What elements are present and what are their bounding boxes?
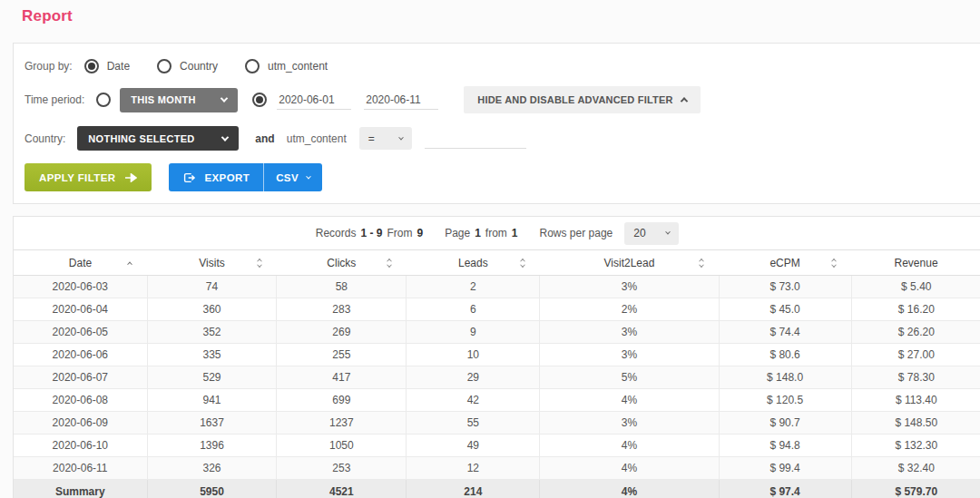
sort-icon — [521, 258, 524, 268]
actions-row: APPLY FILTER EXPORT CSV — [24, 163, 968, 191]
column-header-revenue[interactable]: Revenue — [851, 250, 980, 276]
radio-icon — [84, 59, 99, 73]
table-cell: 2% — [540, 298, 719, 321]
report-table: DateVisitsClicksLeadsVisit2LeadeCPMReven… — [14, 249, 980, 498]
table-row: 2020-06-08941699424%$ 120.5$ 113.40 — [14, 389, 980, 412]
rows-per-page-label: Rows per page — [540, 227, 613, 239]
rows-per-page-select[interactable]: 20 — [624, 222, 679, 245]
preset-period-select[interactable]: THIS MONTH — [120, 88, 238, 112]
country-select[interactable]: NOTHING SELECTED — [77, 126, 239, 151]
table-cell: 360 — [147, 298, 277, 321]
export-split-button: EXPORT CSV — [169, 163, 322, 191]
utm-content-label: utm_content — [287, 132, 347, 145]
export-label: EXPORT — [204, 172, 250, 183]
table-cell: 6 — [407, 298, 540, 321]
table-cell: 269 — [277, 321, 407, 344]
report-table-panel: Records 1 - 9 From 9 Page 1 from 1 Rows … — [13, 216, 980, 498]
page-from-label: from — [485, 227, 507, 239]
records-from-label: From — [387, 227, 412, 239]
export-button[interactable]: EXPORT — [169, 163, 264, 191]
table-cell: 58 — [277, 276, 407, 298]
filter-panel: Group by: DateCountryutm_content Time pe… — [13, 43, 980, 204]
date-from-input[interactable] — [277, 90, 351, 110]
table-cell: 2020-06-07 — [14, 366, 147, 389]
export-icon — [182, 171, 196, 184]
table-cell: 42 — [407, 389, 540, 412]
sort-icon — [700, 258, 703, 268]
records-range: 1 - 9 — [360, 227, 382, 239]
records-total: 9 — [416, 227, 423, 239]
date-to-input[interactable] — [364, 90, 438, 110]
table-cell: 699 — [277, 389, 407, 412]
table-cell: $ 74.4 — [719, 321, 851, 344]
chevron-up-icon — [680, 97, 687, 104]
column-header-label: Visits — [199, 257, 224, 269]
operator-select[interactable]: = — [359, 127, 412, 150]
arrow-right-icon — [125, 173, 137, 182]
table-cell: $ 80.6 — [719, 344, 851, 366]
table-cell: 2020-06-05 — [14, 321, 147, 344]
utm-content-input[interactable] — [425, 129, 526, 149]
summary-cell: 214 — [407, 480, 540, 498]
table-cell: 4% — [540, 435, 719, 457]
rows-per-page-group: Rows per page 20 — [540, 222, 680, 245]
csv-format-label: CSV — [276, 172, 299, 183]
table-cell: 12 — [407, 457, 540, 480]
apply-filter-button[interactable]: APPLY FILTER — [24, 163, 152, 191]
table-row: 2020-06-03745823%$ 73.0$ 5.40 — [14, 276, 980, 298]
group-by-option-utm_content[interactable]: utm_content — [245, 59, 328, 73]
column-header-clicks[interactable]: Clicks — [277, 250, 407, 276]
table-cell: 2020-06-11 — [14, 457, 147, 480]
group-by-option-date[interactable]: Date — [84, 59, 130, 73]
advanced-filter-row: Country: NOTHING SELECTED and utm_conten… — [24, 126, 968, 151]
column-header-label: Clicks — [327, 257, 356, 269]
table-cell: $ 16.20 — [851, 298, 980, 321]
table-cell: 5% — [540, 366, 719, 389]
table-cell: 3% — [540, 276, 719, 298]
table-cell: 4% — [540, 457, 719, 480]
summary-cell: Summary — [14, 480, 147, 498]
table-cell: $ 26.20 — [851, 321, 980, 344]
table-cell: 2020-06-09 — [14, 412, 147, 435]
table-cell: $ 78.30 — [851, 366, 980, 389]
table-cell: 941 — [147, 389, 277, 412]
table-row: 2020-06-11326253124%$ 99.4$ 32.40 — [14, 457, 980, 480]
table-cell: 352 — [147, 321, 277, 344]
sort-icon — [258, 258, 261, 268]
table-row: 2020-06-0916371237553%$ 90.7$ 148.50 — [14, 412, 980, 435]
table-cell: 283 — [277, 298, 407, 321]
advanced-filter-toggle-button[interactable]: HIDE AND DISABLE ADVANCED FILTER — [464, 86, 700, 113]
group-by-options: DateCountryutm_content — [84, 59, 355, 73]
sort-icon — [387, 258, 391, 268]
column-header-leads[interactable]: Leads — [407, 250, 540, 276]
page-label: Page — [445, 227, 470, 239]
table-row: 2020-06-0535226993%$ 74.4$ 26.20 — [14, 321, 980, 344]
group-by-option-country[interactable]: Country — [157, 59, 218, 73]
group-by-label: Group by: — [24, 60, 73, 73]
page-info: Page 1 from 1 — [445, 227, 517, 239]
sort-ascending-icon — [128, 261, 132, 265]
column-header-ecpm[interactable]: eCPM — [719, 250, 851, 276]
table-cell: $ 94.8 — [719, 435, 851, 457]
table-cell: $ 113.40 — [851, 389, 980, 412]
preset-period-radio[interactable] — [96, 93, 111, 107]
column-header-date[interactable]: Date — [14, 250, 147, 276]
custom-period-radio[interactable] — [252, 93, 267, 107]
table-cell: $ 5.40 — [851, 276, 980, 298]
table-cell: 1050 — [277, 435, 407, 457]
records-info: Records 1 - 9 From 9 — [316, 227, 423, 239]
summary-cell: 4% — [540, 480, 719, 498]
page-title: Report — [22, 7, 980, 25]
csv-format-button[interactable]: CSV — [264, 163, 322, 191]
table-header-row: DateVisitsClicksLeadsVisit2LeadeCPMReven… — [14, 250, 980, 276]
preset-period-value: THIS MONTH — [131, 94, 195, 105]
column-header-visits[interactable]: Visits — [147, 250, 277, 276]
column-header-visit2lead[interactable]: Visit2Lead — [540, 250, 719, 276]
table-row: 2020-06-07529417295%$ 148.0$ 78.30 — [14, 366, 980, 389]
and-label: and — [255, 132, 274, 145]
table-cell: 3% — [540, 321, 719, 344]
radio-option-label: Date — [107, 60, 130, 73]
chevron-down-icon — [665, 229, 671, 235]
table-cell: $ 148.0 — [719, 366, 851, 389]
table-cell: 529 — [147, 366, 277, 389]
